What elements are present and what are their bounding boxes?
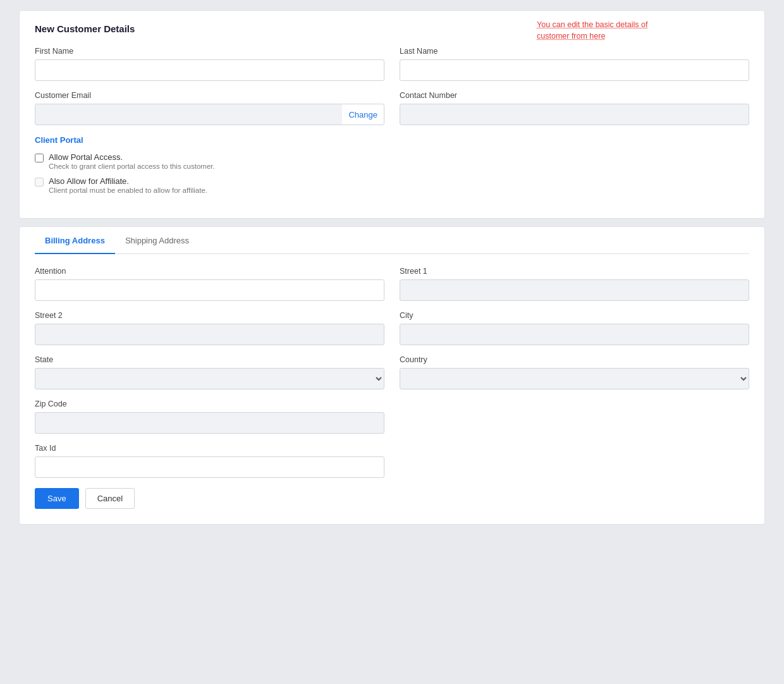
last-name-group: Last Name [400, 47, 749, 81]
contact-group: Contact Number [400, 91, 749, 125]
address-card: Billing Address Shipping Address Attenti… [19, 226, 765, 525]
email-contact-row: Customer Email Change Contact Number [35, 91, 749, 125]
portal-access-row: Allow Portal Access. Check to grant clie… [35, 152, 749, 170]
change-button[interactable]: Change [342, 110, 384, 119]
billing-tab-content: Attention Street 1 Street 2 City [35, 254, 749, 524]
email-input[interactable] [35, 104, 342, 125]
first-name-input[interactable] [35, 59, 384, 81]
first-name-group: First Name [35, 47, 384, 81]
country-select[interactable] [400, 368, 749, 389]
tabs-header: Billing Address Shipping Address [35, 227, 749, 254]
country-label: Country [400, 355, 749, 364]
last-name-label: Last Name [400, 47, 749, 56]
portal-access-checkbox[interactable] [35, 154, 44, 162]
email-wrapper: Change [35, 104, 384, 125]
state-label: State [35, 355, 384, 364]
name-row: First Name Last Name [35, 47, 749, 81]
tax-label: Tax Id [35, 444, 384, 453]
footer-actions: Save Cancel [35, 488, 749, 509]
zip-group: Zip Code [35, 400, 384, 434]
tooltip-note: You can edit the basic details of custom… [537, 20, 651, 42]
street2-city-row: Street 2 City [35, 311, 749, 345]
tax-input[interactable] [35, 456, 384, 478]
client-portal-label: Client Portal [35, 135, 749, 145]
affiliate-desc: Client portal must be enabled to allow f… [49, 186, 207, 194]
street2-group: Street 2 [35, 311, 384, 345]
affiliate-checkbox[interactable] [35, 178, 44, 186]
zip-label: Zip Code [35, 400, 384, 408]
state-select[interactable] [35, 368, 384, 389]
email-group: Customer Email Change [35, 91, 384, 125]
street2-label: Street 2 [35, 311, 384, 320]
tab-billing[interactable]: Billing Address [35, 227, 115, 254]
affiliate-text: Also Allow for Affiliate. Client portal … [49, 176, 207, 194]
street1-group: Street 1 [400, 267, 749, 301]
zip-input[interactable] [35, 412, 384, 434]
contact-input[interactable] [400, 104, 749, 125]
tax-row: Tax Id [35, 444, 749, 478]
last-name-input[interactable] [400, 59, 749, 81]
email-label: Customer Email [35, 91, 384, 100]
portal-access-label: Allow Portal Access. [49, 152, 215, 162]
city-group: City [400, 311, 749, 345]
portal-access-desc: Check to grant client portal access to t… [49, 162, 215, 170]
save-button[interactable]: Save [35, 488, 79, 509]
city-input[interactable] [400, 324, 749, 345]
first-name-label: First Name [35, 47, 384, 56]
affiliate-row: Also Allow for Affiliate. Client portal … [35, 176, 749, 194]
affiliate-label: Also Allow for Affiliate. [49, 176, 207, 186]
zip-row: Zip Code [35, 400, 749, 434]
street2-input[interactable] [35, 324, 384, 345]
attention-street1-row: Attention Street 1 [35, 267, 749, 301]
city-label: City [400, 311, 749, 320]
state-group: State [35, 355, 384, 389]
cancel-button[interactable]: Cancel [85, 488, 135, 509]
country-group: Country [400, 355, 749, 389]
portal-access-text: Allow Portal Access. Check to grant clie… [49, 152, 215, 170]
customer-details-card: New Customer Details You can edit the ba… [19, 10, 765, 219]
state-country-row: State Country [35, 355, 749, 389]
contact-label: Contact Number [400, 91, 749, 100]
attention-group: Attention [35, 267, 384, 301]
tax-group: Tax Id [35, 444, 384, 478]
attention-input[interactable] [35, 279, 384, 301]
attention-label: Attention [35, 267, 384, 276]
tab-shipping[interactable]: Shipping Address [115, 227, 199, 254]
street1-input[interactable] [400, 279, 749, 301]
street1-label: Street 1 [400, 267, 749, 276]
